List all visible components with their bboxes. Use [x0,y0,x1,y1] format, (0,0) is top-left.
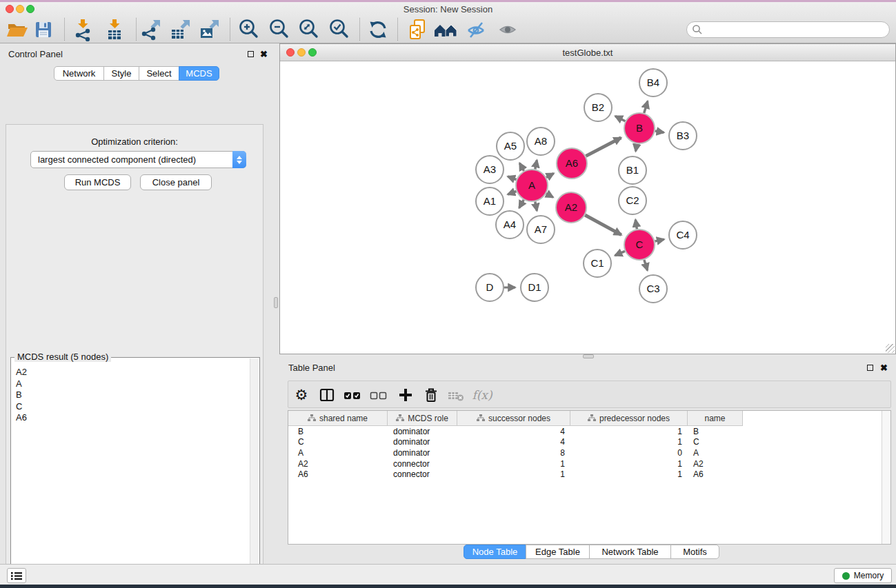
cell-MCDS-role[interactable]: dominator [388,427,457,436]
cell-name[interactable]: A6 [688,469,743,479]
node-A1[interactable]: A1 [476,187,504,215]
open-file-button[interactable] [3,17,30,43]
node-C3[interactable]: C3 [639,275,667,303]
zoom-selected-button[interactable] [326,17,352,43]
edge-A-A8[interactable] [535,160,537,169]
cell-predecessor-nodes[interactable]: 1 [570,459,688,469]
tab-network[interactable]: Network [54,66,104,81]
node-B1[interactable]: B1 [619,156,646,184]
cell-name[interactable]: A [688,448,743,458]
edge-C-C3[interactable] [644,260,648,270]
cell-name[interactable]: B [688,427,743,436]
column-header-name[interactable]: name [688,411,743,426]
cell-successor-nodes[interactable]: 4 [457,427,570,436]
cell-predecessor-nodes[interactable]: 0 [570,448,688,458]
edge-A6-B[interactable] [586,138,621,156]
edge-A-A4[interactable] [519,200,524,208]
tab-style[interactable]: Style [103,66,139,81]
show-hidden-button[interactable] [495,17,521,43]
edge-C-C4[interactable] [655,239,664,241]
tab-edge-table[interactable]: Edge Table [526,545,590,559]
column-header-shared-name[interactable]: shared name [288,411,388,426]
edge-A-A2[interactable] [546,194,553,198]
tab-motifs[interactable]: Motifs [670,545,719,559]
resize-grip-icon[interactable] [886,344,895,353]
refresh-button[interactable] [365,17,391,43]
cell-shared-name[interactable]: A6 [288,469,388,479]
column-header-predecessor-nodes[interactable]: predecessor nodes [570,411,688,426]
result-list-item[interactable]: A6 [16,412,250,424]
task-history-button[interactable] [7,568,26,583]
zoom-in-button[interactable] [236,17,262,43]
cell-MCDS-role[interactable]: dominator [388,437,457,447]
cell-MCDS-role[interactable]: connector [388,469,457,479]
close-panel-icon[interactable]: ✖ [260,50,268,59]
edge-A-A5[interactable] [519,163,524,171]
tab-select[interactable]: Select [139,66,179,81]
edge-B-B2[interactable] [615,116,625,121]
import-network-button[interactable] [70,17,96,43]
cell-shared-name[interactable]: B [288,427,388,436]
tab-node-table[interactable]: Node Table [464,545,526,559]
cell-name[interactable]: A2 [688,459,743,469]
cell-MCDS-role[interactable]: connector [388,459,457,469]
zoom-fit-button[interactable] [296,17,322,43]
cell-successor-nodes[interactable]: 4 [457,437,570,447]
cell-successor-nodes[interactable]: 8 [457,448,570,458]
cell-MCDS-role[interactable]: dominator [388,448,457,458]
table-row[interactable]: Cdominator41C [288,437,881,448]
add-column-button[interactable] [395,384,417,406]
export-table-button[interactable] [167,17,193,43]
node-A3[interactable]: A3 [476,156,504,183]
edge-C-C1[interactable] [615,251,625,255]
cell-predecessor-nodes[interactable]: 1 [570,469,688,479]
edge-A2-C[interactable] [585,215,621,235]
table-row[interactable]: Bdominator41B [288,426,881,437]
network-canvas[interactable]: B4B2BB3A8A5A6A3B1AA1C2A2A4A7C4CC1DD1C3 [280,61,895,354]
table-row[interactable]: Adominator80A [288,447,881,458]
save-session-button[interactable] [30,17,57,43]
new-network-from-selection-button[interactable] [405,17,431,43]
criterion-select[interactable]: largest connected component (directed) [30,151,246,168]
result-list-item[interactable]: A [16,378,250,390]
close-panel-button[interactable]: Close panel [140,174,212,190]
select-all-button[interactable] [341,384,364,406]
node-B4[interactable]: B4 [639,69,667,97]
cell-shared-name[interactable]: A [288,448,388,458]
network-graph[interactable]: B4B2BB3A8A5A6A3B1AA1C2A2A4A7C4CC1DD1C3 [280,61,895,354]
node-B3[interactable]: B3 [669,122,697,150]
column-header-MCDS-role[interactable]: MCDS role [388,411,457,426]
edge-B-B3[interactable] [655,131,664,132]
result-list-item[interactable]: B [16,389,250,401]
node-B2[interactable]: B2 [584,94,612,121]
cell-name[interactable]: C [688,437,743,447]
table-settings-button[interactable]: ⚙ [290,384,312,406]
cell-predecessor-nodes[interactable]: 1 [570,437,688,447]
hide-selected-button[interactable] [463,17,489,43]
node-C[interactable]: C [624,230,655,260]
search-input[interactable] [706,23,889,37]
node-D[interactable]: D [476,274,504,301]
result-scrollbar[interactable] [250,358,259,588]
node-D1[interactable]: D1 [521,274,548,301]
delete-column-button[interactable] [420,384,442,406]
edge-A-A7[interactable] [535,202,537,211]
float-panel-icon[interactable] [248,51,254,57]
cell-successor-nodes[interactable]: 1 [457,459,570,469]
table-row[interactable]: A2connector11A2 [288,458,881,469]
edge-C-C2[interactable] [635,220,637,230]
edge-A-A3[interactable] [508,176,516,180]
memory-button[interactable]: Memory [834,568,892,583]
export-network-button[interactable] [137,17,163,43]
table-row[interactable]: A6connector11A6 [288,469,881,480]
deselect-all-button[interactable] [368,384,390,406]
edge-A-A1[interactable] [508,192,516,195]
table-scrollbar[interactable] [882,411,890,544]
node-A[interactable]: A [516,170,548,201]
tab-network-table[interactable]: Network Table [589,545,671,559]
cell-shared-name[interactable]: C [288,437,388,447]
split-view-button[interactable] [316,384,338,406]
edge-B-B1[interactable] [636,144,637,152]
node-A8[interactable]: A8 [527,128,555,155]
import-table-button[interactable] [101,17,128,43]
